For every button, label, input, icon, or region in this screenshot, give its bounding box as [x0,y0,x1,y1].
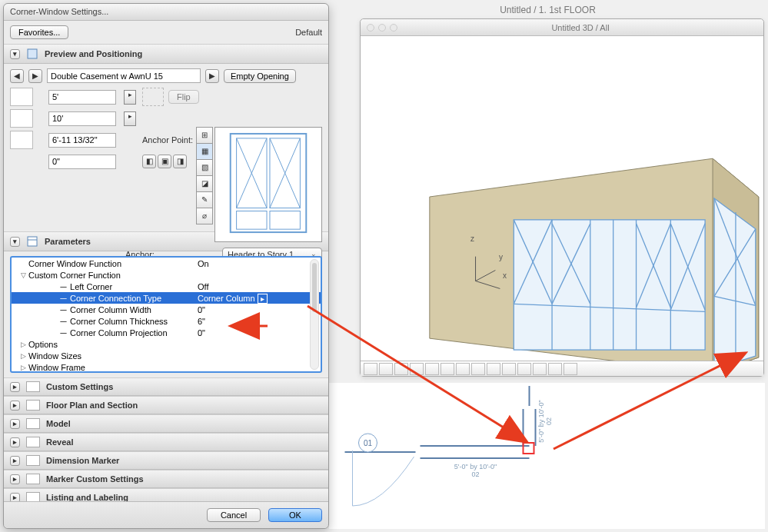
section-model[interactable]: ▸ Model [4,414,328,433]
height-stepper[interactable]: ▸ [124,111,136,126]
3d-view-window: Untitled 3D / All [360,18,764,377]
3d-window-titlebar: Untitled 3D / All [361,19,763,36]
header-icon [10,152,33,171]
anchor-left-icon[interactable]: ◧ [142,155,156,168]
axis-z-label: z [470,234,474,243]
section-floor-plan[interactable]: ▸ Floor Plan and Section [4,396,328,414]
svg-rect-39 [28,49,37,58]
parameters-table[interactable]: Corner Window FunctionOn▽Custom Corner F… [10,256,322,373]
svg-text:02: 02 [471,470,479,478]
dimension-marker-icon [26,455,40,466]
svg-rect-40 [231,134,307,232]
param-name: Custom Corner Function [28,271,198,280]
anchor-mid-icon[interactable]: ▣ [158,155,171,168]
disclosure-preview-icon[interactable]: ▾ [10,49,20,59]
3d-toolbar [361,361,763,376]
favorites-button[interactable]: Favorites... [10,25,68,39]
forward-icon[interactable] [410,363,424,375]
flip-button[interactable]: Flip [168,90,199,104]
section-reveal[interactable]: ▸ Reveal [4,433,328,451]
preview-mode-hide-icon[interactable]: ⌀ [196,208,213,224]
zoom-next-icon[interactable] [548,363,562,375]
section-marker-custom[interactable]: ▸ Marker Custom Settings [4,470,328,488]
preview-mode-elev-icon[interactable]: ▦ [196,143,213,160]
param-row[interactable]: Corner Window FunctionOn [12,258,321,269]
default-label[interactable]: Default [295,28,322,37]
disclosure-model-icon[interactable]: ▸ [10,419,20,429]
object-name-input[interactable] [47,68,201,83]
param-row[interactable]: ▷Window Frame [12,361,321,373]
svg-rect-49 [28,237,37,246]
grid-bubble-01: 01 [364,439,373,447]
param-value: 0" [198,328,316,337]
arrow-tool-icon[interactable] [364,363,377,375]
object-preview [214,127,322,242]
sill-height-input[interactable] [48,133,116,148]
param-name: ⸺ Corner Column Width [28,305,198,314]
param-row[interactable]: ▽Custom Corner Function [12,269,321,281]
zoom-traffic-light[interactable] [390,24,397,32]
zoom-out-icon[interactable] [441,363,454,375]
svg-text:5'-0" by 10'-0": 5'-0" by 10'-0" [537,400,545,442]
reveal-icon [26,437,40,447]
back-icon[interactable] [394,363,408,375]
param-row[interactable]: ⸺ Corner Column Width0" [12,304,321,315]
3d-window-title: Untitled 3D / All [397,23,763,32]
preview-mode-plan-icon[interactable]: ⊞ [196,127,213,144]
param-row[interactable]: ▷Window Sizes [12,350,321,361]
next-object-button[interactable]: ▶ [28,69,42,83]
height-input[interactable] [48,111,116,126]
disclosure-custom-icon[interactable]: ▸ [10,382,20,392]
param-row[interactable]: ⸺ Corner Column Thickness6" [12,315,321,327]
layers-icon[interactable] [564,363,577,375]
preview-mode-note-icon[interactable]: ✎ [196,191,213,208]
floor-plan-view[interactable]: 01 5'-0" by 10'-0" 02 5'-0" by 10'-0" 02 [329,383,765,529]
height-icon [10,109,33,128]
object-menu-button[interactable]: ▶ [205,69,219,83]
mirror-icon [142,88,164,106]
model-icon [26,418,40,429]
section-parameters-label: Parameters [45,237,91,246]
width-stepper[interactable]: ▸ [124,90,136,105]
orbit-icon[interactable] [487,363,500,375]
window-icon [26,48,38,60]
param-row[interactable]: ⸺ Corner Column Projection0" [12,327,321,338]
section-custom-settings[interactable]: ▸ Custom Settings [4,377,328,396]
disclosure-markercustom-icon[interactable]: ▸ [10,474,20,484]
explore-icon[interactable] [517,363,531,375]
pan-icon[interactable] [471,363,485,375]
param-value: On [198,259,316,268]
prev-object-button[interactable]: ◀ [10,69,24,83]
zoom-fit-icon[interactable] [456,363,470,375]
parameters-icon [26,235,38,248]
disclosure-reveal-icon[interactable]: ▸ [10,437,20,447]
disclosure-parameters-icon[interactable]: ▾ [10,237,20,247]
section-preview-positioning[interactable]: ▾ Preview and Positioning [4,44,328,64]
home-tool-icon[interactable] [379,363,393,375]
param-name: ⸺ Corner Connection Type [28,294,198,303]
ok-button[interactable]: OK [268,508,322,522]
zoom-prev-icon[interactable] [533,363,547,375]
param-row[interactable]: ▷Options [12,338,321,350]
minimize-traffic-light[interactable] [378,24,386,32]
close-traffic-light[interactable] [367,24,374,32]
svg-text:02: 02 [545,417,553,425]
disclosure-dimmarker-icon[interactable]: ▸ [10,456,20,466]
parameters-scrollbar[interactable] [310,259,319,370]
preview-mode-side-icon[interactable]: ◪ [196,175,213,192]
param-name: ⸺ Corner Column Projection [28,328,198,337]
3d-scene[interactable]: x y z [361,36,763,361]
param-row[interactable]: ⸺ Left CornerOff [12,281,321,292]
walk-icon[interactable] [502,363,516,375]
cancel-button[interactable]: Cancel [207,508,261,522]
empty-opening-button[interactable]: Empty Opening [224,69,296,83]
header-height-input[interactable] [48,155,116,169]
zoom-in-icon[interactable] [425,363,439,375]
anchor-right-icon[interactable]: ◨ [173,155,187,168]
param-row[interactable]: ⸺ Corner Connection TypeCorner Column ▸ [12,292,321,304]
preview-mode-3d-icon[interactable]: ▧ [196,159,213,176]
disclosure-floorplan-icon[interactable]: ▸ [10,401,20,411]
dialog-title: Corner-Window Settings... [4,4,328,21]
width-input[interactable] [48,90,116,105]
section-dimension-marker[interactable]: ▸ Dimension Marker [4,451,328,470]
